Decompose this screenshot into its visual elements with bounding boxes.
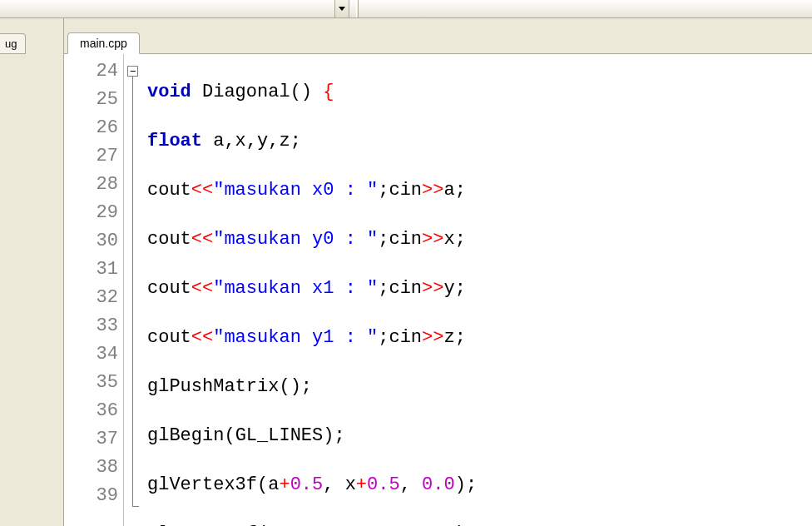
left-tab-partial[interactable]: ug (0, 33, 26, 54)
line-number: 27 (64, 142, 123, 171)
editor-panel: main.cpp 24 25 26 27 28 29 30 31 32 33 3… (64, 18, 812, 526)
toolbar (0, 0, 812, 18)
code-line: glVertex3f(a+0.5, x+0.5, 0.0); (147, 471, 812, 499)
dropdown-button[interactable] (334, 0, 349, 17)
line-number: 35 (64, 369, 123, 397)
code-line: glVertex3f(y+0.5, z+0.5, 0.0); (147, 520, 812, 526)
svg-marker-0 (339, 7, 345, 11)
line-number: 25 (64, 86, 123, 114)
code-line: cout<<"masukan x1 : ";cin>>y; (147, 275, 812, 303)
code-line: cout<<"masukan y0 : ";cin>>x; (147, 226, 812, 254)
chevron-down-icon (339, 7, 345, 11)
tab-bar: main.cpp (64, 18, 812, 53)
line-number: 39 (64, 482, 123, 510)
line-number: 32 (64, 284, 123, 312)
line-number: 36 (64, 397, 123, 425)
line-number: 37 (64, 425, 123, 454)
code-line: cout<<"masukan y1 : ";cin>>z; (147, 324, 812, 352)
code-line: glPushMatrix(); (147, 373, 812, 401)
code-line: void Diagonal() { (147, 78, 812, 107)
line-number: 29 (64, 199, 123, 227)
line-number: 38 (64, 454, 123, 482)
line-number: 34 (64, 340, 123, 369)
fold-column: − (124, 54, 144, 526)
toolbar-divider (356, 0, 359, 17)
fold-guide (132, 77, 133, 506)
line-number: 33 (64, 312, 123, 340)
left-panel: ug (0, 18, 64, 526)
fold-toggle[interactable]: − (127, 66, 138, 77)
line-number: 26 (64, 114, 123, 142)
file-tab-main[interactable]: main.cpp (67, 32, 140, 54)
line-number: 31 (64, 256, 123, 284)
editor-container: 24 25 26 27 28 29 30 31 32 33 34 35 36 3… (64, 53, 812, 526)
code-line: cout<<"masukan x0 : ";cin>>a; (147, 176, 812, 205)
line-number: 24 (64, 57, 123, 86)
line-number: 28 (64, 171, 123, 199)
line-number: 30 (64, 227, 123, 256)
code-line: glBegin(GL_LINES); (147, 422, 812, 450)
code-line: float a,x,y,z; (147, 127, 812, 156)
fold-guide-end (132, 506, 139, 507)
line-number-gutter: 24 25 26 27 28 29 30 31 32 33 34 35 36 3… (64, 54, 124, 526)
code-area[interactable]: void Diagonal() { float a,x,y,z; cout<<"… (144, 54, 812, 526)
main-area: ug main.cpp 24 25 26 27 28 29 30 31 32 3… (0, 18, 812, 526)
